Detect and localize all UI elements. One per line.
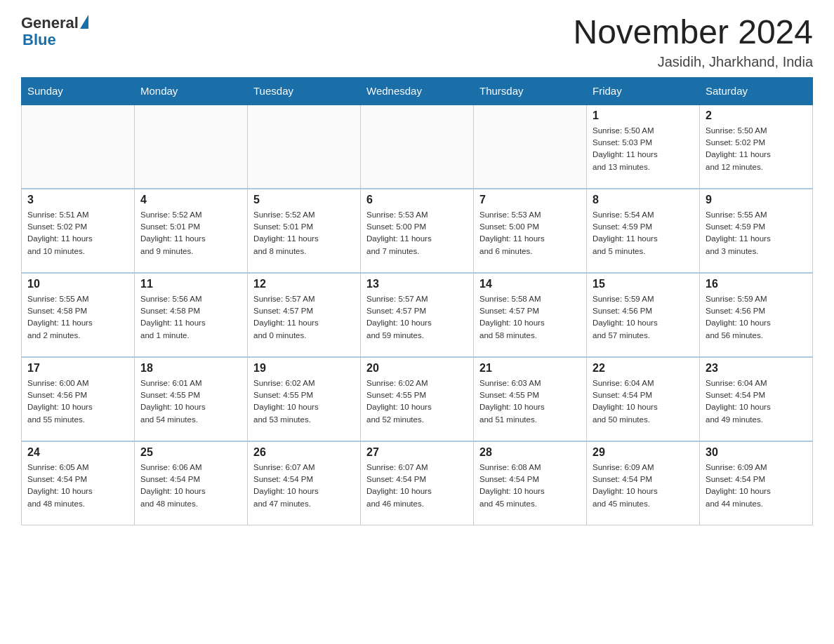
day-number: 26 (253, 446, 355, 459)
day-number: 14 (479, 278, 581, 290)
day-info: Sunrise: 6:02 AMSunset: 4:55 PMDaylight:… (253, 377, 355, 426)
day-number: 13 (366, 278, 468, 290)
calendar-cell: 22Sunrise: 6:04 AMSunset: 4:54 PMDayligh… (587, 357, 700, 441)
day-info: Sunrise: 5:51 AMSunset: 5:02 PMDaylight:… (27, 209, 128, 257)
day-info: Sunrise: 6:09 AMSunset: 4:54 PMDaylight:… (593, 462, 694, 510)
page-header: General Blue November 2024 Jasidih, Jhar… (21, 14, 813, 70)
day-info: Sunrise: 5:52 AMSunset: 5:01 PMDaylight:… (140, 209, 241, 257)
calendar-cell: 15Sunrise: 5:59 AMSunset: 4:56 PMDayligh… (587, 273, 700, 357)
day-number: 12 (253, 278, 355, 290)
day-info: Sunrise: 6:07 AMSunset: 4:54 PMDaylight:… (253, 462, 355, 510)
month-title: November 2024 (573, 14, 813, 51)
day-of-week-header: Friday (587, 77, 700, 105)
day-info: Sunrise: 6:04 AMSunset: 4:54 PMDaylight:… (593, 377, 694, 426)
day-number: 2 (706, 109, 807, 122)
calendar-cell: 17Sunrise: 6:00 AMSunset: 4:56 PMDayligh… (22, 357, 135, 441)
calendar-cell (474, 105, 587, 189)
day-of-week-header: Sunday (22, 77, 135, 105)
calendar-cell: 10Sunrise: 5:55 AMSunset: 4:58 PMDayligh… (22, 273, 135, 357)
calendar-cell: 13Sunrise: 5:57 AMSunset: 4:57 PMDayligh… (361, 273, 474, 357)
day-info: Sunrise: 6:02 AMSunset: 4:55 PMDaylight:… (366, 377, 468, 426)
calendar-cell: 26Sunrise: 6:07 AMSunset: 4:54 PMDayligh… (248, 441, 361, 525)
location-text: Jasidih, Jharkhand, India (573, 54, 813, 70)
day-number: 20 (366, 362, 468, 375)
day-info: Sunrise: 6:03 AMSunset: 4:55 PMDaylight:… (479, 377, 581, 426)
calendar-week-row: 10Sunrise: 5:55 AMSunset: 4:58 PMDayligh… (22, 273, 813, 357)
logo-blue-text: Blue (22, 31, 56, 49)
day-info: Sunrise: 6:07 AMSunset: 4:54 PMDaylight:… (366, 462, 468, 510)
day-info: Sunrise: 5:55 AMSunset: 4:59 PMDaylight:… (706, 209, 807, 257)
calendar-cell: 29Sunrise: 6:09 AMSunset: 4:54 PMDayligh… (587, 441, 700, 525)
day-number: 9 (706, 194, 807, 206)
calendar-header-row: SundayMondayTuesdayWednesdayThursdayFrid… (22, 77, 813, 105)
calendar-cell: 11Sunrise: 5:56 AMSunset: 4:58 PMDayligh… (135, 273, 248, 357)
day-number: 10 (27, 278, 128, 290)
calendar-cell: 1Sunrise: 5:50 AMSunset: 5:03 PMDaylight… (587, 105, 700, 189)
day-info: Sunrise: 6:04 AMSunset: 4:54 PMDaylight:… (706, 377, 807, 426)
day-info: Sunrise: 5:53 AMSunset: 5:00 PMDaylight:… (479, 209, 581, 257)
day-number: 28 (479, 446, 581, 459)
day-number: 18 (140, 362, 241, 375)
day-number: 15 (593, 278, 694, 290)
day-info: Sunrise: 5:57 AMSunset: 4:57 PMDaylight:… (253, 293, 355, 342)
logo-triangle-icon (80, 15, 88, 29)
day-info: Sunrise: 5:57 AMSunset: 4:57 PMDaylight:… (366, 293, 468, 342)
day-info: Sunrise: 6:09 AMSunset: 4:54 PMDaylight:… (706, 462, 807, 510)
day-of-week-header: Monday (135, 77, 248, 105)
day-info: Sunrise: 5:55 AMSunset: 4:58 PMDaylight:… (27, 293, 128, 342)
day-number: 17 (27, 362, 128, 375)
day-number: 3 (27, 194, 128, 206)
calendar-cell: 2Sunrise: 5:50 AMSunset: 5:02 PMDaylight… (700, 105, 813, 189)
calendar-cell: 14Sunrise: 5:58 AMSunset: 4:57 PMDayligh… (474, 273, 587, 357)
calendar-cell: 9Sunrise: 5:55 AMSunset: 4:59 PMDaylight… (700, 189, 813, 273)
day-number: 6 (366, 194, 468, 206)
calendar-cell: 16Sunrise: 5:59 AMSunset: 4:56 PMDayligh… (700, 273, 813, 357)
day-number: 8 (593, 194, 694, 206)
calendar-week-row: 1Sunrise: 5:50 AMSunset: 5:03 PMDaylight… (22, 105, 813, 189)
day-info: Sunrise: 5:50 AMSunset: 5:03 PMDaylight:… (593, 125, 694, 173)
day-number: 7 (479, 194, 581, 206)
day-number: 1 (593, 109, 694, 122)
calendar-table: SundayMondayTuesdayWednesdayThursdayFrid… (21, 77, 813, 526)
day-info: Sunrise: 5:58 AMSunset: 4:57 PMDaylight:… (479, 293, 581, 342)
day-info: Sunrise: 6:05 AMSunset: 4:54 PMDaylight:… (27, 462, 128, 510)
calendar-cell: 3Sunrise: 5:51 AMSunset: 5:02 PMDaylight… (22, 189, 135, 273)
day-number: 19 (253, 362, 355, 375)
calendar-cell: 23Sunrise: 6:04 AMSunset: 4:54 PMDayligh… (700, 357, 813, 441)
calendar-cell (361, 105, 474, 189)
day-number: 4 (140, 194, 241, 206)
day-number: 22 (593, 362, 694, 375)
day-info: Sunrise: 6:00 AMSunset: 4:56 PMDaylight:… (27, 377, 128, 426)
day-number: 21 (479, 362, 581, 375)
calendar-cell: 20Sunrise: 6:02 AMSunset: 4:55 PMDayligh… (361, 357, 474, 441)
day-info: Sunrise: 5:59 AMSunset: 4:56 PMDaylight:… (593, 293, 694, 342)
calendar-cell: 7Sunrise: 5:53 AMSunset: 5:00 PMDaylight… (474, 189, 587, 273)
day-info: Sunrise: 6:01 AMSunset: 4:55 PMDaylight:… (140, 377, 241, 426)
calendar-cell: 25Sunrise: 6:06 AMSunset: 4:54 PMDayligh… (135, 441, 248, 525)
calendar-cell: 24Sunrise: 6:05 AMSunset: 4:54 PMDayligh… (22, 441, 135, 525)
calendar-cell (135, 105, 248, 189)
logo: General Blue (21, 14, 88, 49)
day-number: 24 (27, 446, 128, 459)
day-number: 23 (706, 362, 807, 375)
day-number: 5 (253, 194, 355, 206)
day-of-week-header: Tuesday (248, 77, 361, 105)
title-section: November 2024 Jasidih, Jharkhand, India (573, 14, 813, 70)
calendar-cell (248, 105, 361, 189)
day-info: Sunrise: 6:08 AMSunset: 4:54 PMDaylight:… (479, 462, 581, 510)
day-info: Sunrise: 5:54 AMSunset: 4:59 PMDaylight:… (593, 209, 694, 257)
calendar-week-row: 17Sunrise: 6:00 AMSunset: 4:56 PMDayligh… (22, 357, 813, 441)
calendar-cell: 27Sunrise: 6:07 AMSunset: 4:54 PMDayligh… (361, 441, 474, 525)
calendar-cell: 21Sunrise: 6:03 AMSunset: 4:55 PMDayligh… (474, 357, 587, 441)
day-info: Sunrise: 5:53 AMSunset: 5:00 PMDaylight:… (366, 209, 468, 257)
calendar-week-row: 24Sunrise: 6:05 AMSunset: 4:54 PMDayligh… (22, 441, 813, 525)
day-number: 16 (706, 278, 807, 290)
day-info: Sunrise: 6:06 AMSunset: 4:54 PMDaylight:… (140, 462, 241, 510)
calendar-cell: 28Sunrise: 6:08 AMSunset: 4:54 PMDayligh… (474, 441, 587, 525)
day-number: 27 (366, 446, 468, 459)
calendar-cell: 8Sunrise: 5:54 AMSunset: 4:59 PMDaylight… (587, 189, 700, 273)
day-of-week-header: Wednesday (361, 77, 474, 105)
calendar-cell: 6Sunrise: 5:53 AMSunset: 5:00 PMDaylight… (361, 189, 474, 273)
day-number: 25 (140, 446, 241, 459)
calendar-cell: 5Sunrise: 5:52 AMSunset: 5:01 PMDaylight… (248, 189, 361, 273)
